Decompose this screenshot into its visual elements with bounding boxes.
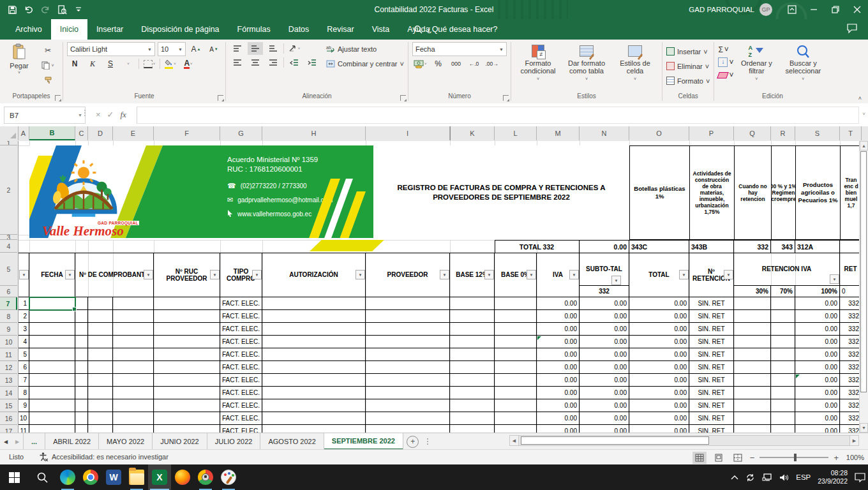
- clock[interactable]: 08:28 23/9/2022: [818, 469, 848, 486]
- cell-E11[interactable]: [113, 348, 154, 361]
- select-all-corner[interactable]: [0, 126, 19, 140]
- cell-O11[interactable]: 0.00: [629, 348, 689, 361]
- cell-O7[interactable]: 0.00: [629, 297, 689, 310]
- format-as-table-button[interactable]: Dar formato como tabla ˅: [564, 42, 610, 83]
- cell-R16[interactable]: [771, 412, 795, 425]
- increase-decimal-button[interactable]: ←.0: [467, 57, 482, 70]
- cell-G8[interactable]: FACT. ELEC.: [220, 310, 262, 323]
- cell-E14[interactable]: [113, 387, 154, 399]
- cell-S15[interactable]: 0.00: [795, 399, 840, 412]
- align-right-button[interactable]: [266, 56, 281, 69]
- cell-K15[interactable]: [450, 399, 495, 412]
- cell-F9[interactable]: [154, 323, 220, 336]
- ribbon-tab-disposici-n-de-p-gina[interactable]: Disposición de página: [132, 19, 228, 40]
- sheet-nav-right-icon[interactable]: ▶: [11, 433, 23, 450]
- cell-G6[interactable]: [220, 286, 262, 297]
- bold-button[interactable]: N: [67, 57, 82, 70]
- ribbon-tab-vista[interactable]: Vista: [363, 19, 399, 40]
- cell-I9[interactable]: [366, 323, 450, 336]
- cell-A6[interactable]: [18, 286, 29, 297]
- cell-K7[interactable]: [450, 297, 495, 310]
- cell-R7[interactable]: [771, 297, 795, 310]
- formula-bar-splitter[interactable]: [84, 110, 86, 116]
- col-header-F[interactable]: F: [154, 126, 220, 140]
- cell-S6[interactable]: 100%: [795, 286, 840, 297]
- cell-P7[interactable]: SIN. RET: [689, 297, 734, 310]
- row-header-6[interactable]: 6: [0, 286, 17, 297]
- cell-D8[interactable]: [88, 310, 113, 323]
- cell-T8[interactable]: 332: [840, 310, 862, 323]
- cancel-icon[interactable]: ×: [96, 110, 101, 119]
- volume-icon[interactable]: [779, 473, 789, 482]
- sheet-nav-left-icon[interactable]: ◀: [0, 433, 11, 450]
- paste-button[interactable]: Pegar ˅: [4, 42, 34, 75]
- cell-D16[interactable]: [88, 412, 113, 425]
- cell-A11[interactable]: 5: [18, 348, 29, 361]
- cell-P6[interactable]: [689, 286, 734, 297]
- cell-S9[interactable]: 0.00: [795, 323, 840, 336]
- cell-H17[interactable]: [262, 425, 366, 433]
- cell-M7[interactable]: 0.00: [537, 297, 580, 310]
- italic-button[interactable]: K: [85, 57, 100, 70]
- file-explorer-icon[interactable]: [125, 464, 148, 490]
- cell-G13[interactable]: FACT. ELEC.: [220, 374, 262, 387]
- filter-icon-TOTAL[interactable]: ▼: [679, 270, 689, 279]
- underline-dropdown[interactable]: ˅: [121, 57, 136, 70]
- cell-O12[interactable]: 0.00: [629, 361, 689, 374]
- filter-icon-Nº RETENCION[interactable]: ▼: [724, 270, 733, 279]
- cell-A8[interactable]: 2: [18, 310, 29, 323]
- cell-K14[interactable]: [450, 387, 495, 399]
- cell-B10[interactable]: [29, 336, 75, 348]
- cell-M14[interactable]: 0.00: [537, 387, 580, 399]
- cell-O6[interactable]: [629, 286, 689, 297]
- clipboard-dialog-launcher-icon[interactable]: [55, 95, 61, 101]
- cell-C12[interactable]: [75, 361, 88, 374]
- cell-T9[interactable]: 332: [840, 323, 862, 336]
- cell-H15[interactable]: [262, 399, 366, 412]
- number-dialog-launcher-icon[interactable]: [503, 95, 509, 101]
- cell-Q4[interactable]: 332: [734, 241, 771, 253]
- cell-L12[interactable]: [495, 361, 537, 374]
- cell-M8[interactable]: 0.00: [537, 310, 580, 323]
- cell-M10[interactable]: 0.00: [537, 336, 580, 348]
- cell-S10[interactable]: 0.00: [795, 336, 840, 348]
- cell-F10[interactable]: [154, 336, 220, 348]
- filter-icon-RETENCION IVA[interactable]: ▼: [830, 274, 839, 284]
- cell-Q13[interactable]: [734, 374, 771, 387]
- cell-M13[interactable]: 0.00: [537, 374, 580, 387]
- cell-E12[interactable]: [113, 361, 154, 374]
- cell-B8[interactable]: [29, 310, 75, 323]
- cell-K9[interactable]: [450, 323, 495, 336]
- cell-I10[interactable]: [366, 336, 450, 348]
- cell-B14[interactable]: [29, 387, 75, 399]
- zoom-out-icon[interactable]: −: [750, 453, 755, 463]
- cell-D13[interactable]: [88, 374, 113, 387]
- cell-N4[interactable]: 0.00: [580, 241, 629, 253]
- cell-F12[interactable]: [154, 361, 220, 374]
- cell-F11[interactable]: [154, 348, 220, 361]
- wrap-text-button[interactable]: ab Ajustar texto: [326, 42, 404, 56]
- cell-R15[interactable]: [771, 399, 795, 412]
- cell-P11[interactable]: SIN. RET: [689, 348, 734, 361]
- header-T5[interactable]: RET: [840, 253, 862, 286]
- cell-T12[interactable]: 332: [840, 361, 862, 374]
- cell-L16[interactable]: [495, 412, 537, 425]
- cell-C15[interactable]: [75, 399, 88, 412]
- cell-N11[interactable]: 0.00: [580, 348, 629, 361]
- account-name[interactable]: GAD PARROQUIAL: [689, 6, 754, 13]
- sheet-tab-abril-2022[interactable]: ABRIL 2022: [45, 433, 99, 450]
- cell-N14[interactable]: 0.00: [580, 387, 629, 399]
- cell-R14[interactable]: [771, 387, 795, 399]
- cell-I16[interactable]: [366, 412, 450, 425]
- cell-F17[interactable]: [154, 425, 220, 433]
- cell-O16[interactable]: 0.00: [629, 412, 689, 425]
- page-break-view-button[interactable]: [731, 452, 745, 464]
- cell-E7[interactable]: [113, 297, 154, 310]
- cell-O9[interactable]: 0.00: [629, 323, 689, 336]
- col-header-N[interactable]: N: [580, 126, 629, 140]
- col-header-L[interactable]: L: [495, 126, 537, 140]
- cell-Q12[interactable]: [734, 361, 771, 374]
- filter-icon-SUBTO-TAL[interactable]: ▼: [611, 276, 621, 285]
- cell-L14[interactable]: [495, 387, 537, 399]
- col-header-O[interactable]: O: [629, 126, 689, 140]
